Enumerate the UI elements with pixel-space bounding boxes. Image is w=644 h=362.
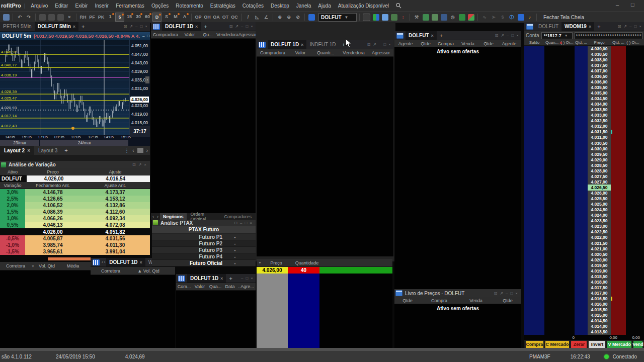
bid-orders-cell[interactable] bbox=[559, 196, 575, 202]
filter-icon[interactable]: ▼ bbox=[257, 261, 263, 264]
zoom-out-icon[interactable]: ⊖ bbox=[285, 13, 293, 21]
bid-balance-cell[interactable] bbox=[524, 185, 544, 190]
col-header[interactable]: Valor bbox=[289, 50, 312, 55]
bid-qty-cell[interactable] bbox=[544, 274, 559, 279]
bid-qty-cell[interactable] bbox=[544, 102, 559, 107]
ask-qty-cell[interactable] bbox=[611, 173, 626, 179]
col-header[interactable]: Quanti... bbox=[312, 50, 339, 55]
bid-orders-cell[interactable] bbox=[559, 102, 575, 107]
popout-icon[interactable]: ↗ bbox=[373, 42, 376, 47]
bid-balance-cell[interactable] bbox=[524, 202, 544, 207]
ask-qty-cell[interactable] bbox=[611, 185, 626, 190]
bid-qty-cell[interactable] bbox=[544, 129, 559, 135]
zoom-reset-icon[interactable]: ⊘ bbox=[294, 13, 302, 21]
bid-qty-cell[interactable] bbox=[544, 279, 559, 285]
ask-qty-cell[interactable] bbox=[611, 251, 626, 257]
minimize-icon[interactable]: – bbox=[240, 221, 242, 225]
bid-qty-cell[interactable] bbox=[544, 240, 559, 246]
ask-orders-cell[interactable] bbox=[626, 84, 644, 90]
bid-qty-cell[interactable] bbox=[544, 135, 559, 140]
ask-qty-cell[interactable] bbox=[611, 102, 626, 107]
ask-qty-cell[interactable] bbox=[611, 84, 626, 90]
menu-item-desktop[interactable]: Desktop bbox=[267, 3, 293, 9]
ask-orders-cell[interactable] bbox=[626, 213, 644, 218]
ask-orders-cell[interactable] bbox=[626, 329, 644, 335]
col-header[interactable]: Venda bbox=[458, 298, 494, 303]
bid-qty-cell[interactable] bbox=[544, 90, 559, 96]
popout-icon[interactable]: ↗ bbox=[623, 24, 627, 29]
bid-qty-cell[interactable] bbox=[544, 202, 559, 207]
bid-orders-cell[interactable] bbox=[559, 113, 575, 118]
menu-item-janela[interactable]: Janela bbox=[293, 3, 314, 9]
ask-qty-cell[interactable] bbox=[611, 235, 626, 240]
filter-icon[interactable]: ▼ bbox=[31, 264, 35, 268]
ask-qty-cell[interactable] bbox=[611, 124, 626, 129]
bid-balance-cell[interactable] bbox=[524, 102, 544, 107]
bid-qty-cell[interactable] bbox=[544, 207, 559, 213]
ask-orders-cell[interactable] bbox=[626, 168, 644, 173]
ladder-row[interactable]: 4.033,00 bbox=[524, 113, 644, 118]
bid-orders-cell[interactable] bbox=[559, 202, 575, 207]
book-titlebar[interactable]: Livro de Preços - DOLFUT ⊡ ↗ – □ × bbox=[394, 289, 521, 297]
bid-qty2-cell[interactable] bbox=[575, 107, 588, 113]
ask-orders-cell[interactable] bbox=[626, 129, 644, 135]
col-header[interactable]: Venda bbox=[457, 41, 479, 46]
tab-indfut-1d[interactable]: INDFUT 1D bbox=[306, 40, 339, 49]
restore-icon[interactable]: ⊡ bbox=[367, 42, 371, 47]
ladder-row[interactable]: 4.018,50 bbox=[524, 274, 644, 279]
ask-qty-cell[interactable] bbox=[611, 179, 626, 185]
bid-qty2-cell[interactable] bbox=[575, 251, 588, 257]
bid-orders-cell[interactable] bbox=[559, 207, 575, 213]
bid-balance-cell[interactable] bbox=[524, 51, 544, 57]
bid-balance-cell[interactable] bbox=[524, 235, 544, 240]
ask-qty-cell[interactable] bbox=[611, 202, 626, 207]
ask-orders-cell[interactable] bbox=[626, 324, 644, 329]
ladder-row[interactable]: 4.014,00 bbox=[524, 324, 644, 329]
close-icon[interactable]: × bbox=[301, 42, 303, 47]
col-header[interactable]: Vol. Qtd bbox=[35, 263, 59, 268]
ladder-row[interactable]: 4.032,50 bbox=[524, 118, 644, 124]
bid-balance-cell[interactable] bbox=[524, 135, 544, 140]
bid-qty2-cell[interactable] bbox=[575, 90, 588, 96]
table-view-icon[interactable] bbox=[363, 14, 370, 21]
ladder-row[interactable]: 4.020,00 bbox=[524, 257, 644, 262]
close-icon[interactable]: × bbox=[144, 162, 146, 167]
ask-orders-cell[interactable] bbox=[626, 124, 644, 129]
bid-orders-cell[interactable] bbox=[559, 229, 575, 235]
bid-balance-cell[interactable] bbox=[524, 229, 544, 235]
restore-icon[interactable]: ⊡ bbox=[495, 33, 499, 38]
bid-balance-cell[interactable] bbox=[524, 257, 544, 262]
bid-balance-cell[interactable] bbox=[524, 213, 544, 218]
col-header[interactable]: Qtde bbox=[494, 298, 521, 303]
bid-qty-cell[interactable] bbox=[544, 62, 559, 68]
ptax-row[interactable]: Futuro P3- bbox=[152, 247, 256, 253]
bid-balance-cell[interactable] bbox=[524, 302, 544, 307]
bid-qty2-cell[interactable] bbox=[575, 307, 588, 313]
ask-qty-cell[interactable] bbox=[611, 324, 626, 329]
variacao-instrument-row[interactable]: DOLFUT 4.026,00 4.016,54 bbox=[0, 175, 150, 182]
bid-qty2-cell[interactable] bbox=[575, 302, 588, 307]
bid-qty2-cell[interactable] bbox=[575, 240, 588, 246]
bid-qty2-cell[interactable] bbox=[575, 318, 588, 324]
bid-orders-cell[interactable] bbox=[559, 235, 575, 240]
ladder-row[interactable]: 4.028,00 bbox=[524, 168, 644, 173]
restore-icon[interactable]: ⊡ bbox=[132, 162, 136, 167]
bid-qty2-cell[interactable] bbox=[575, 57, 588, 62]
tool-rh[interactable]: RH bbox=[79, 13, 87, 21]
fullscreen-toggle-button[interactable]: Fechar Tela Cheia bbox=[539, 15, 588, 20]
menu-item-exibir[interactable]: Exibir bbox=[71, 3, 91, 9]
window-minimize-button[interactable]: – bbox=[613, 2, 622, 8]
tab-wdom19[interactable]: WDOM19× bbox=[561, 22, 594, 31]
col-header[interactable]: Qtde bbox=[394, 298, 421, 303]
undo-icon[interactable]: ↶ bbox=[16, 13, 24, 21]
col-header[interactable]: Valor bbox=[192, 284, 207, 289]
film-icon[interactable] bbox=[518, 14, 524, 21]
ask-orders-cell[interactable] bbox=[626, 179, 644, 185]
bid-qty2-cell[interactable] bbox=[575, 124, 588, 129]
time-axis[interactable]: 14:0515:3517:0509:3511:0512:3514:0515:35 bbox=[0, 135, 150, 140]
bid-qty-cell[interactable] bbox=[544, 257, 559, 262]
bid-orders-cell[interactable] bbox=[559, 257, 575, 262]
bid-balance-cell[interactable] bbox=[524, 251, 544, 257]
bid-qty2-cell[interactable] bbox=[575, 102, 588, 107]
bid-orders-cell[interactable] bbox=[559, 218, 575, 224]
